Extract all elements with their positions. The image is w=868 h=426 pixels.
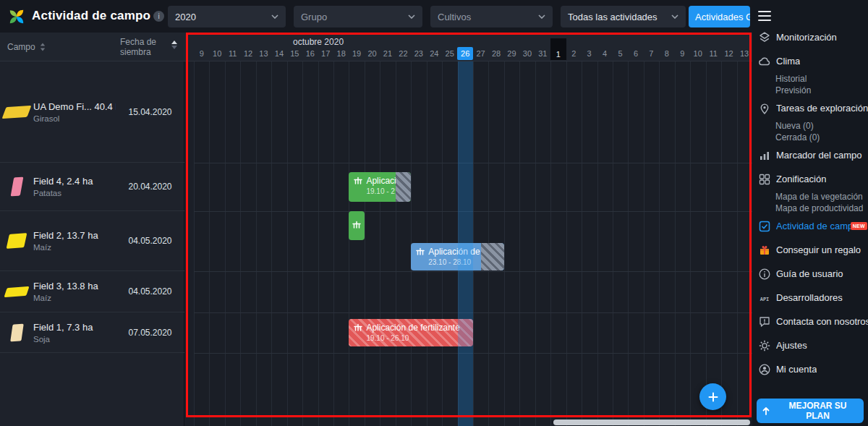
- table-row[interactable]: Field 2, 13.7 haMaíz04.05.2020: [0, 211, 184, 271]
- sidebar-item-label: Cerrada (0): [775, 132, 820, 142]
- filter-value: Grupo: [301, 12, 327, 22]
- table-row[interactable]: Field 1, 7.3 haSoja07.05.2020: [0, 312, 184, 353]
- sidebar-item-ajustes[interactable]: Ajustes: [752, 333, 868, 357]
- sidebar-item-nueva-0[interactable]: Nueva (0): [752, 120, 868, 132]
- day-label: 10: [690, 47, 705, 60]
- table-row[interactable]: Field 3, 13.8 haMaíz04.05.2020: [0, 271, 184, 312]
- field-crop: Maíz: [33, 294, 116, 302]
- table-row[interactable]: Field 4, 2.4 haPatatas20.04.2020: [0, 163, 184, 211]
- field-activity-app: Actividad de campo i 2020GrupoCultivosTo…: [0, 0, 868, 426]
- field-column-header[interactable]: Campo: [7, 33, 46, 61]
- day-label: 14: [271, 47, 286, 60]
- sidebar-item-conseguir-un-regalo[interactable]: Conseguir un regalo: [752, 238, 868, 262]
- activities-filter[interactable]: Todas las actividades: [561, 6, 686, 27]
- day-label: 31: [535, 47, 550, 60]
- sowing-date: 04.05.2020: [116, 236, 184, 246]
- year-filter[interactable]: 2020: [168, 6, 286, 27]
- gantt-event[interactable]: Aplicación de fertilizante19.10 - 26.10: [349, 319, 473, 346]
- filter-value: Todas las actividades: [568, 12, 658, 22]
- arrow-up-icon: [761, 406, 771, 416]
- gear-icon: [758, 339, 771, 352]
- field-shape-icon: [0, 106, 33, 118]
- sidebar-item-previsión[interactable]: Previsión: [752, 85, 868, 96]
- sidebar-item-label: Mi cuenta: [776, 364, 817, 375]
- date-column-header[interactable]: Fecha de siembra: [120, 37, 156, 57]
- day-label: 30: [519, 47, 535, 60]
- sidebar-item-historial[interactable]: Historial: [752, 73, 868, 85]
- info-icon[interactable]: i: [153, 11, 164, 22]
- date-column-label-line2: siembra: [120, 47, 156, 57]
- hatch-pattern: [396, 172, 411, 202]
- day-label: 18: [333, 47, 349, 60]
- upgrade-plan-button[interactable]: MEJORAR SU PLAN: [757, 399, 864, 423]
- row-separator: [194, 312, 752, 313]
- app-logo-icon: [7, 7, 26, 26]
- add-activity-button[interactable]: [699, 383, 726, 410]
- gantt-event[interactable]: [349, 211, 364, 240]
- table-row[interactable]: UA Demo Fi... 40.4 haGirasol15.04.2020: [0, 61, 184, 163]
- sidebar-item-mapa-de-productividad[interactable]: Mapa de productividad: [752, 203, 868, 214]
- day-label: 11: [225, 47, 240, 60]
- cloud-icon: [758, 55, 771, 68]
- sidebar-item-label: Zonificación: [776, 174, 826, 184]
- pin-icon: [758, 102, 771, 115]
- field-shape-icon: [0, 177, 33, 196]
- hamburger-menu-icon[interactable]: [758, 11, 773, 21]
- today-day-label: 26: [457, 47, 472, 60]
- sidebar-item-mapa-de-la-vegetación[interactable]: Mapa de la vegetación: [752, 191, 868, 203]
- horizontal-scrollbar[interactable]: [553, 419, 750, 425]
- sidebar-item-desarrolladores[interactable]: APIDesarrolladores: [752, 286, 868, 310]
- sidebar-item-zonificación[interactable]: Zonificación: [752, 167, 868, 191]
- chevron-down-icon: [271, 14, 278, 19]
- day-label: 28: [488, 47, 503, 60]
- implement-icon: [415, 247, 425, 257]
- sidebar-item-monitorización[interactable]: Monitorización: [752, 25, 868, 49]
- date-column-label-line1: Fecha de: [120, 37, 156, 47]
- sidebar-item-contacta-con-nosotros[interactable]: Contacta con nosotros: [752, 310, 868, 333]
- crops-filter[interactable]: Cultivos: [430, 6, 553, 27]
- day-label: 12: [240, 47, 255, 60]
- sidebar-item-cerrada-0[interactable]: Cerrada (0): [752, 132, 868, 143]
- fields-table-body: UA Demo Fi... 40.4 haGirasol15.04.2020Fi…: [0, 61, 184, 353]
- recorded-activities-button[interactable]: Actividades Gra: [689, 6, 750, 27]
- day-label: 24: [427, 47, 442, 60]
- sidebar: MonitorizaciónClimaHistorialPrevisiónTar…: [752, 0, 868, 426]
- day-label: 13: [736, 47, 752, 60]
- sidebar-item-label: Previsión: [775, 85, 811, 95]
- day-label: 17: [318, 47, 333, 60]
- sidebar-item-label: Monitorización: [776, 32, 837, 43]
- sidebar-item-clima[interactable]: Clima: [752, 49, 868, 73]
- hatch-pattern: [349, 319, 473, 346]
- field-crop: Patatas: [33, 189, 116, 197]
- group-filter[interactable]: Grupo: [294, 6, 422, 27]
- sidebar-item-label: Ajustes: [776, 340, 807, 351]
- day-label: 9: [194, 47, 209, 60]
- gantt-body: Aplicación19.10 - 21.1Aplicación de fert…: [194, 61, 752, 426]
- sidebar-item-actividad-de-campo[interactable]: Actividad de campoNEW: [752, 214, 868, 238]
- date-sort-icon[interactable]: [171, 41, 177, 49]
- chevron-down-icon: [671, 14, 678, 19]
- sowing-date: 04.05.2020: [116, 286, 184, 297]
- field-name: Field 1, 7.3 ha: [33, 322, 116, 333]
- sidebar-item-guía-de-usuario[interactable]: Guía de usuario: [752, 262, 868, 286]
- month-label: octubre 2020: [293, 37, 344, 47]
- sidebar-item-tareas-de-exploración[interactable]: Tareas de exploración: [752, 96, 868, 120]
- gantt-event[interactable]: Aplicación19.10 - 21.1: [349, 172, 411, 202]
- sidebar-item-marcador-del-campo[interactable]: Marcador del campo: [752, 143, 868, 167]
- page-title: Actividad de campo: [32, 9, 150, 23]
- sowing-date: 07.05.2020: [116, 328, 184, 338]
- day-label: 9: [675, 47, 690, 60]
- sowing-date: 15.04.2020: [116, 107, 184, 117]
- day-label: 11: [705, 47, 720, 60]
- day-label: 12: [721, 47, 736, 60]
- sidebar-item-mi-cuenta[interactable]: Mi cuenta: [752, 357, 868, 381]
- row-separator: [194, 211, 752, 212]
- gantt-chart: octubre 2020 910111213141516171819202122…: [184, 33, 752, 426]
- gift-icon: [758, 244, 771, 257]
- chat-icon: [758, 315, 771, 328]
- timeline-day-row: 9101112131415161718192021222324252627282…: [194, 47, 752, 60]
- sidebar-item-label: Marcador del campo: [776, 150, 862, 161]
- day-label: 4: [597, 47, 612, 60]
- gantt-event[interactable]: Aplicación de fert23.10 - 28.10: [411, 243, 504, 270]
- activity-icon: [758, 220, 771, 233]
